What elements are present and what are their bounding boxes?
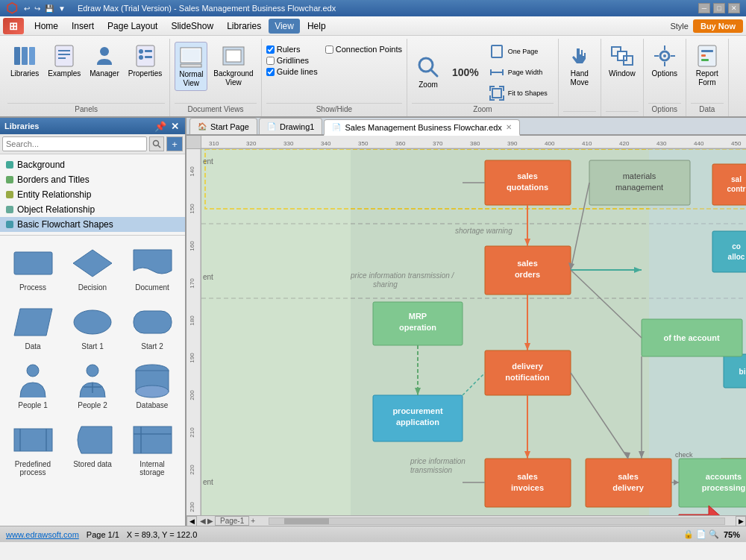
options-btn[interactable]: Options [648,42,681,81]
shape-process[interactable]: Process [6,242,60,295]
connection-points-checkbox[interactable]: Connection Points [325,45,402,54]
svg-text:operation: operation [399,323,436,332]
zoom-btn[interactable]: Zoom [412,53,445,92]
examples-btn[interactable]: Examples [45,42,84,81]
gridlines-input[interactable] [266,57,275,65]
lib-search-button[interactable] [149,136,164,151]
background-label: Background [17,160,65,170]
lib-tree-item-basic-flowchart[interactable]: Basic Flowchart Shapes [0,217,185,232]
buy-now-button[interactable]: Buy Now [693,19,743,33]
zoom-value-btn[interactable]: 100% [448,61,483,84]
background-view-btn[interactable]: BackgroundView [210,42,256,89]
shape-stored[interactable]: Stored data [66,418,119,479]
app-body: Libraries 📌 ✕ + Background [0,118,746,526]
report-form-btn[interactable]: ReportForm [691,42,724,89]
svg-text:150: 150 [189,204,195,214]
save-btn[interactable]: 💾 [43,3,55,14]
panel-pin-btn[interactable]: 📌 [153,121,168,132]
svg-text:390: 390 [507,140,518,147]
shape-people1[interactable]: People 1 [6,359,60,412]
lib-tree-item-background[interactable]: Background [0,157,185,172]
shape-document[interactable]: Document [125,242,179,295]
maximize-btn[interactable]: □ [713,3,725,13]
menu-insert[interactable]: Insert [66,19,100,34]
close-btn[interactable]: ✕ [728,3,740,13]
tab-start-page[interactable]: 🏠 Start Page [189,118,257,134]
hscroll-page-label[interactable]: Page-1 [215,516,249,526]
svg-text:co: co [732,242,741,251]
menu-libraries[interactable]: Libraries [221,19,267,34]
svg-text:of the account: of the account [663,333,720,342]
svg-line-39 [158,145,160,148]
shape-internal[interactable]: Internalstorage [125,418,179,479]
hand-move-label: HandMove [571,69,589,87]
people2-label: People 2 [78,401,107,409]
office-button[interactable]: ⊞ [3,18,24,34]
shape-database[interactable]: Database [125,359,179,412]
manager-btn[interactable]: Manager [87,42,122,81]
gridlines-checkbox[interactable]: Gridlines [266,56,318,65]
shape-data[interactable]: Data [6,301,60,353]
borders-label: Borders and Titles [17,174,90,185]
menu-view[interactable]: View [269,19,300,34]
status-left: www.edrawsoft.com Page 1/1 X = 89.3, Y =… [6,530,197,539]
svg-rect-37 [701,59,709,61]
options-group-label: Options [648,103,681,115]
one-page-btn[interactable]: One Page [486,42,554,61]
svg-text:ent: ent [203,273,213,281]
shape-people2[interactable]: People 2 [66,359,119,412]
shape-start1[interactable]: Start 1 [66,301,119,353]
svg-text:sales: sales [517,259,538,268]
page-width-btn[interactable]: Page Width [486,63,554,82]
svg-text:440: 440 [694,140,704,147]
menu-slideshow[interactable]: SlideShow [165,19,219,34]
tab-drawing1[interactable]: 📄 Drawing1 [259,118,322,134]
window-label: Window [609,69,636,78]
zoom-label: Zoom [419,81,438,89]
properties-btn[interactable]: Properties [125,42,166,81]
ribbon: Libraries Examples [0,36,746,118]
hscroll-left-btn[interactable]: ◀ [186,516,197,526]
connection-checkboxes: Connection Points [325,42,402,57]
rulers-input[interactable] [266,45,275,54]
normal-view-btn[interactable]: NormalView [175,42,207,91]
hscroll-right-btn[interactable]: ▶ [736,516,746,526]
lib-tree-item-entity[interactable]: Entity Relationship [0,187,185,202]
undo-btn[interactable]: ↩ [22,3,31,14]
hscroll-nav-prev[interactable]: ◀ [200,517,206,525]
hscroll-nav-next[interactable]: ▶ [207,517,213,525]
window-btn[interactable]: Window [606,42,639,81]
menu-help[interactable]: Help [301,19,332,34]
redo-btn[interactable]: ↪ [33,3,42,14]
svg-point-11 [139,55,143,60]
lib-search-input[interactable] [2,136,147,151]
lib-tree-item-borders[interactable]: Borders and Titles [0,172,185,187]
shape-start2[interactable]: Start 2 [125,301,179,353]
tab-sales-flowchart[interactable]: 📄 Sales Management Business Flowchar.edx… [324,119,519,136]
panel-close-btn[interactable]: ✕ [169,121,181,132]
tab-close-btn[interactable]: ✕ [506,123,512,131]
hscroll-add-page[interactable]: + [251,517,255,525]
shape-predefined[interactable]: Predefinedprocess [6,418,60,479]
menu-page-layout[interactable]: Page Layout [101,19,163,34]
lib-tree-item-object[interactable]: Object Relationship [0,202,185,217]
lib-add-btn[interactable]: + [166,136,183,151]
libraries-btn[interactable]: Libraries [7,42,42,81]
hscroll-track[interactable] [269,517,725,525]
canvas-scroll[interactable]: shortage warning price information trans… [201,149,746,515]
shape-decision[interactable]: Decision [66,242,119,295]
rulers-checkbox[interactable]: Rulers [266,45,318,54]
menu-home[interactable]: Home [28,19,64,34]
fit-to-shapes-btn[interactable]: Fit to Shapes [486,84,554,103]
minimize-btn[interactable]: ─ [698,3,710,13]
data-group-label: Data [691,103,724,115]
guidelines-input[interactable] [266,68,275,76]
hscrollbar[interactable]: ◀ ◀ ▶ Page-1 + ▶ [186,515,746,526]
data-canvas [10,303,55,341]
hand-move-btn[interactable]: HandMove [563,42,596,89]
hscroll-thumb[interactable] [284,518,329,524]
guidelines-checkbox[interactable]: Guide lines [266,67,318,76]
connection-points-input[interactable] [325,45,333,54]
more-btn[interactable]: ▼ [57,3,67,14]
one-page-icon [489,43,505,60]
